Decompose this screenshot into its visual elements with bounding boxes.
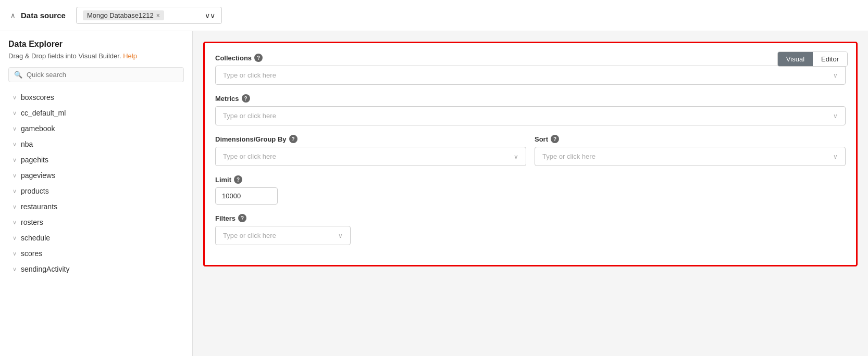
sidebar-subtitle: Drag & Drop fields into Visual Builder. … <box>8 52 184 60</box>
top-bar-left: ∧ Data source Mongo Database1212 × ∨ <box>10 7 222 24</box>
collections-placeholder: Type or click here <box>223 71 276 79</box>
datasource-tag: Mongo Database1212 × <box>83 10 164 20</box>
list-item[interactable]: ∨products <box>8 183 184 199</box>
sort-dropdown[interactable]: Type or click here ∨ <box>535 147 846 166</box>
visual-toggle-button[interactable]: Visual <box>778 52 813 66</box>
chevron-icon: ∨ <box>13 219 17 226</box>
search-icon: 🔍 <box>14 71 22 79</box>
search-input[interactable] <box>27 71 178 79</box>
filters-help-icon[interactable]: ? <box>238 214 246 222</box>
list-item[interactable]: ∨rosters <box>8 214 184 230</box>
dimensions-placeholder: Type or click here <box>223 152 276 160</box>
chevron-icon: ∨ <box>13 250 17 257</box>
list-item[interactable]: ∨scores <box>8 246 184 261</box>
top-bar: ∧ Data source Mongo Database1212 × ∨ <box>0 0 868 31</box>
collections-dropdown[interactable]: Type or click here ∨ <box>215 66 846 85</box>
sort-help-icon[interactable]: ? <box>551 135 559 143</box>
content-area: Visual Editor Collections ? Type or clic… <box>193 31 868 356</box>
view-toggle: Visual Editor <box>777 52 848 67</box>
sort-caret-icon: ∨ <box>833 153 838 160</box>
list-item[interactable]: ∨pageviews <box>8 168 184 183</box>
list-item[interactable]: ∨boxscores <box>8 90 184 105</box>
filters-dropdown[interactable]: Type or click here ∨ <box>215 226 351 245</box>
dimensions-help-icon[interactable]: ? <box>289 135 297 143</box>
data-source-label: Data source <box>21 11 66 20</box>
metrics-help-icon[interactable]: ? <box>242 94 250 103</box>
sort-label: Sort ? <box>535 135 846 143</box>
chevron-icon: ∨ <box>13 157 17 163</box>
filters-caret-icon: ∨ <box>338 232 343 239</box>
chevron-icon: ∨ <box>13 204 17 210</box>
list-item[interactable]: ∨cc_default_ml <box>8 105 184 121</box>
metrics-caret-icon: ∨ <box>833 112 838 120</box>
chevron-icon: ∨ <box>13 94 17 101</box>
filters-section: Filters ? Type or click here ∨ <box>215 214 846 245</box>
query-panel: Visual Editor Collections ? Type or clic… <box>203 42 858 266</box>
sidebar-title: Data Explorer <box>8 40 184 49</box>
list-item[interactable]: ∨gamebook <box>8 121 184 136</box>
datasource-select[interactable]: Mongo Database1212 × ∨ <box>76 7 222 24</box>
chevron-icon: ∨ <box>13 266 17 273</box>
help-link[interactable]: Help <box>123 52 137 60</box>
sort-section: Sort ? Type or click here ∨ <box>535 135 846 166</box>
dimensions-sort-row: Dimensions/Group By ? Type or click here… <box>215 135 846 175</box>
sort-placeholder: Type or click here <box>542 152 596 160</box>
sidebar-list: ∨boxscores ∨cc_default_ml ∨gamebook ∨nba… <box>8 90 184 277</box>
limit-label: Limit ? <box>215 175 846 184</box>
chevron-icon: ∨ <box>13 110 17 117</box>
main-container: Data Explorer Drag & Drop fields into Vi… <box>0 31 868 356</box>
dimensions-dropdown[interactable]: Type or click here ∨ <box>215 147 526 166</box>
dimensions-label: Dimensions/Group By ? <box>215 135 526 143</box>
list-item[interactable]: ∨nba <box>8 136 184 152</box>
metrics-dropdown[interactable]: Type or click here ∨ <box>215 106 846 125</box>
collections-label: Collections ? <box>215 54 846 62</box>
list-item[interactable]: ∨schedule <box>8 230 184 246</box>
datasource-tag-remove[interactable]: × <box>156 12 160 19</box>
filters-label: Filters ? <box>215 214 846 222</box>
limit-section: Limit ? <box>215 175 846 205</box>
collapse-icon[interactable]: ∧ <box>10 11 16 19</box>
chevron-icon: ∨ <box>13 172 17 179</box>
metrics-section: Metrics ? Type or click here ∨ <box>215 94 846 125</box>
collections-caret-icon: ∨ <box>833 72 838 79</box>
sidebar: Data Explorer Drag & Drop fields into Vi… <box>0 31 193 356</box>
dimensions-caret-icon: ∨ <box>514 153 518 160</box>
chevron-icon: ∨ <box>13 141 17 148</box>
list-item[interactable]: ∨restaurants <box>8 199 184 214</box>
limit-input[interactable] <box>215 187 278 205</box>
limit-help-icon[interactable]: ? <box>234 175 242 184</box>
list-item[interactable]: ∨pagehits <box>8 152 184 168</box>
chevron-icon: ∨ <box>13 235 17 241</box>
chevron-icon: ∨ <box>13 125 17 132</box>
datasource-caret-icon: ∨ <box>205 11 215 20</box>
editor-toggle-button[interactable]: Editor <box>813 52 847 66</box>
dimensions-section: Dimensions/Group By ? Type or click here… <box>215 135 526 166</box>
filters-placeholder: Type or click here <box>223 232 276 239</box>
list-item[interactable]: ∨sendingActivity <box>8 261 184 277</box>
chevron-icon: ∨ <box>13 188 17 195</box>
search-box[interactable]: 🔍 <box>8 67 184 82</box>
collections-section: Collections ? Type or click here ∨ <box>215 54 846 85</box>
metrics-placeholder: Type or click here <box>223 112 276 120</box>
collections-help-icon[interactable]: ? <box>254 54 263 62</box>
metrics-label: Metrics ? <box>215 94 846 103</box>
